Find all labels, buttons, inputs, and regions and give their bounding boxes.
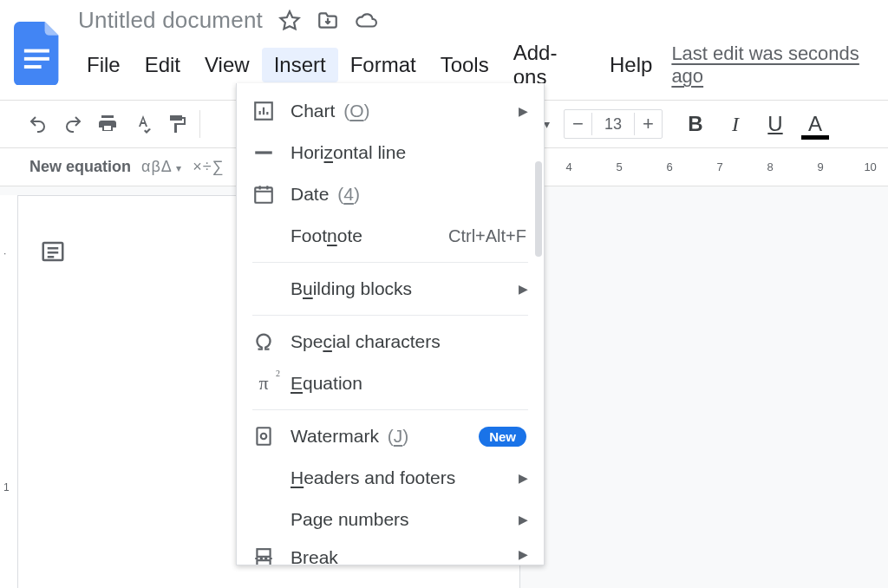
insert-menu-dropdown: Chart (O) Horizontal line Date (4) Footn… [236, 83, 545, 565]
submenu-arrow-icon [519, 471, 528, 485]
insert-headers-footers[interactable]: Headers and footers [237, 457, 544, 499]
ruler-tick: 5 [616, 160, 622, 173]
svg-rect-0 [24, 49, 49, 52]
svg-rect-8 [257, 549, 270, 557]
footnote-shortcut: Ctrl+Alt+F [448, 226, 526, 246]
calendar-icon [252, 183, 275, 206]
document-title[interactable]: Untitled document [78, 7, 263, 34]
star-icon[interactable] [278, 10, 301, 32]
menu-insert[interactable]: Insert [262, 48, 338, 82]
menu-tools[interactable]: Tools [428, 48, 501, 82]
insert-break[interactable]: Break [237, 540, 544, 565]
docs-logo[interactable] [14, 29, 64, 79]
svg-rect-5 [255, 187, 272, 202]
insert-watermark[interactable]: Watermark (J) New [237, 415, 544, 457]
submenu-arrow-icon [519, 513, 528, 526]
font-size-stepper: − 13 + [564, 109, 663, 139]
math-ops-dropdown[interactable]: ×÷∑ [193, 158, 224, 176]
ruler-tick: 6 [666, 160, 672, 173]
watermark-label: Watermark (J) [291, 426, 408, 447]
insert-special-characters[interactable]: Special characters [237, 321, 544, 363]
insert-hline-label: Horizontal line [291, 142, 406, 163]
headers-footers-label: Headers and footers [291, 467, 455, 488]
omega-icon [252, 330, 275, 353]
document-outline-button[interactable] [40, 238, 66, 265]
cloud-saved-icon[interactable] [355, 10, 377, 32]
page-numbers-label: Page numbers [291, 509, 409, 530]
print-button[interactable] [90, 107, 125, 141]
redo-button[interactable] [56, 107, 90, 141]
ruler-tick: 10 [864, 160, 876, 173]
toolbar-separator [199, 110, 200, 138]
chart-icon [252, 100, 275, 122]
insert-footnote[interactable]: Footnote Ctrl+Alt+F [237, 215, 544, 257]
ruler-tick: 4 [565, 160, 571, 173]
insert-chart[interactable]: Chart (O) [237, 90, 544, 132]
page-break-icon [252, 547, 275, 565]
equation-label: Equation [291, 373, 362, 394]
insert-equation[interactable]: π2 Equation [237, 363, 544, 404]
horizontal-line-icon [252, 141, 275, 164]
svg-rect-1 [24, 56, 49, 60]
svg-point-7 [261, 434, 267, 440]
menu-help[interactable]: Help [597, 48, 664, 82]
ruler-tick: 7 [716, 160, 722, 173]
menu-view[interactable]: View [193, 48, 262, 82]
menu-edit[interactable]: Edit [133, 48, 193, 82]
italic-button[interactable]: I [723, 113, 748, 136]
new-badge: New [479, 427, 526, 447]
building-blocks-label: Building blocks [291, 278, 412, 299]
menu-file[interactable]: File [75, 48, 133, 82]
insert-footnote-label: Footnote [291, 225, 362, 246]
menu-separator [252, 262, 528, 263]
horizontal-ruler[interactable]: 4 5 6 7 8 9 10 [557, 148, 888, 186]
watermark-icon [252, 425, 275, 448]
move-to-folder-icon[interactable] [317, 10, 339, 32]
submenu-arrow-icon [519, 282, 528, 296]
font-size-decrease[interactable]: − [565, 113, 592, 135]
pi-icon: π2 [252, 372, 275, 395]
svg-rect-9 [257, 560, 270, 565]
new-equation-button[interactable]: New equation [29, 158, 131, 176]
insert-building-blocks[interactable]: Building blocks [237, 268, 544, 310]
text-format-group: B I U A [683, 112, 827, 136]
text-color-button[interactable]: A [803, 112, 827, 136]
greek-letters-dropdown[interactable]: αβΔ [141, 158, 182, 176]
ruler-tick: 8 [767, 160, 773, 173]
menu-format[interactable]: Format [338, 48, 428, 82]
insert-page-numbers[interactable]: Page numbers [237, 499, 544, 540]
vertical-ruler[interactable]: · 1 [0, 195, 17, 588]
svg-rect-6 [257, 428, 270, 445]
menu-separator [252, 315, 528, 316]
insert-date-label: Date (4) [291, 184, 360, 205]
svg-rect-2 [24, 65, 42, 69]
submenu-arrow-icon [519, 547, 528, 561]
font-size-value[interactable]: 13 [592, 115, 634, 134]
spellcheck-button[interactable] [125, 107, 160, 141]
ruler-tick: 9 [817, 160, 823, 173]
insert-date[interactable]: Date (4) [237, 173, 544, 215]
menu-separator [252, 409, 528, 410]
bold-button[interactable]: B [683, 112, 708, 136]
insert-horizontal-line[interactable]: Horizontal line [237, 132, 544, 173]
underline-button[interactable]: U [763, 112, 787, 136]
insert-chart-label: Chart (O) [291, 101, 370, 121]
special-characters-label: Special characters [291, 331, 441, 352]
break-label: Break [291, 547, 338, 565]
submenu-arrow-icon [519, 104, 528, 118]
paint-format-button[interactable] [160, 107, 194, 141]
last-edit-link[interactable]: Last edit was seconds ago [671, 42, 881, 88]
undo-button[interactable] [21, 107, 56, 141]
font-size-increase[interactable]: + [634, 113, 662, 135]
